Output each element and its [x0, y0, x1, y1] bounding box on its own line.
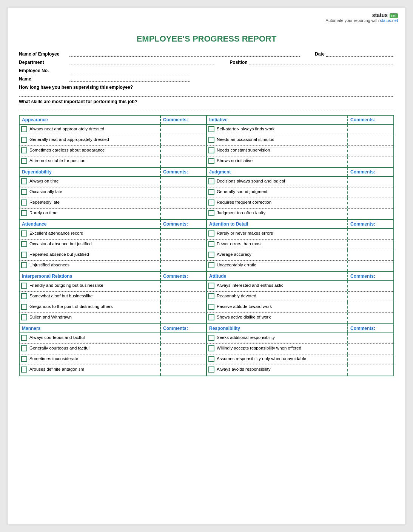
attendance-checkbox-4[interactable] [21, 262, 27, 268]
appearance-comment-4[interactable] [161, 156, 206, 167]
judgment-checkbox-4[interactable] [208, 210, 214, 216]
interpersonal-comment-2[interactable] [161, 292, 206, 302]
judgment-checkbox-2[interactable] [208, 189, 214, 195]
manners-checkbox-1[interactable] [21, 335, 27, 341]
responsibility-comment-2[interactable] [348, 344, 393, 354]
interpersonal-comment-3[interactable] [161, 302, 206, 312]
attention-checkbox-1[interactable] [208, 230, 214, 237]
dependability-comment-3[interactable] [161, 198, 206, 208]
position-line[interactable] [249, 59, 394, 65]
judgment-comment-2[interactable] [348, 187, 393, 198]
initiative-comment-3[interactable] [348, 146, 393, 156]
responsibility-comment-1[interactable] [348, 333, 393, 343]
initiative-comment-2[interactable] [348, 135, 393, 145]
attitude-checkbox-3[interactable] [208, 304, 214, 310]
manners-comment-3[interactable] [161, 354, 206, 365]
brand-link[interactable]: status.net [380, 18, 398, 23]
attendance-checkbox-2[interactable] [21, 241, 27, 247]
manners-checkbox-3[interactable] [21, 356, 27, 362]
interpersonal-checkbox-1[interactable] [21, 283, 27, 289]
manners-checkbox-4[interactable] [21, 367, 27, 373]
manners-comment-4[interactable] [161, 365, 206, 376]
attendance-comment-2[interactable] [161, 240, 206, 250]
responsibility-checkbox-4[interactable] [208, 367, 214, 373]
branding: status net Automate your reporting with … [326, 12, 398, 23]
judgment-checkbox-3[interactable] [208, 200, 214, 206]
attendance-checkbox-3[interactable] [21, 252, 27, 258]
employee-no-line[interactable] [69, 67, 190, 73]
date-line[interactable] [326, 51, 394, 57]
dependability-checkbox-1[interactable] [21, 178, 27, 184]
attitude-checkbox-2[interactable] [208, 293, 214, 299]
dependability-text-4: Rarely on time [29, 210, 57, 216]
name-line[interactable] [69, 76, 190, 82]
dependability-checkbox-4[interactable] [21, 210, 27, 216]
interpersonal-checkbox-3[interactable] [21, 304, 27, 310]
attention-text-2: Fewer errors than most [217, 241, 262, 247]
attendance-comment-4[interactable] [161, 261, 206, 271]
responsibility-checkbox-2[interactable] [208, 345, 214, 351]
appearance-comment-2[interactable] [161, 135, 206, 145]
initiative-checkbox-3[interactable] [208, 147, 214, 153]
appearance-checkbox-2[interactable] [21, 137, 27, 143]
judgment-checkbox-1[interactable] [208, 178, 214, 184]
attendance-checkbox-1[interactable] [21, 230, 27, 237]
interpersonal-checkbox-2[interactable] [21, 293, 27, 299]
manners-checkbox-2[interactable] [21, 345, 27, 351]
initiative-checkbox-4[interactable] [208, 158, 214, 164]
attendance-text-3: Repeated absence but justified [29, 251, 89, 257]
manners-comment-1[interactable] [161, 333, 206, 343]
employee-line[interactable] [69, 51, 300, 57]
initiative-checkbox-1[interactable] [208, 126, 214, 132]
responsibility-checkbox-1[interactable] [208, 335, 214, 341]
judgment-comment-3[interactable] [348, 198, 393, 208]
judgment-comment-1[interactable] [348, 177, 393, 187]
appearance-checkbox-3[interactable] [21, 147, 27, 153]
attention-comment-2[interactable] [348, 240, 393, 250]
attendance-comment-1[interactable] [161, 229, 206, 239]
attitude-comment-1[interactable] [348, 281, 393, 291]
initiative-comments-header: Comments: [348, 116, 393, 124]
appearance-comment-1[interactable] [161, 125, 206, 135]
interpersonal-checkbox-4[interactable] [21, 314, 27, 320]
question1-line[interactable] [19, 91, 394, 97]
attention-comment-4[interactable] [348, 261, 393, 271]
judgment-comment-4[interactable] [348, 209, 393, 219]
attention-checkbox-2[interactable] [208, 241, 214, 247]
manners-comment-2[interactable] [161, 344, 206, 354]
interpersonal-text-3: Gregarious to the point of distracting o… [29, 303, 113, 309]
interpersonal-comment-1[interactable] [161, 281, 206, 291]
responsibility-checkbox-3[interactable] [208, 356, 214, 362]
responsibility-comment-3[interactable] [348, 354, 393, 365]
attitude-comment-3[interactable] [348, 302, 393, 312]
manners-header: Manners Comments: [20, 324, 206, 333]
attention-comment-1[interactable] [348, 229, 393, 239]
attention-item-4: Unacceptably erratic [207, 261, 393, 271]
attitude-comment-2[interactable] [348, 292, 393, 302]
initiative-comment-1[interactable] [348, 125, 393, 135]
appearance-checkbox-1[interactable] [21, 126, 27, 132]
dependability-checkbox-3[interactable] [21, 200, 27, 206]
dependability-comment-1[interactable] [161, 177, 206, 187]
attendance-comment-3[interactable] [161, 250, 206, 260]
question2-line[interactable] [19, 105, 394, 111]
attention-comment-3[interactable] [348, 250, 393, 260]
appearance-checkbox-4[interactable] [21, 158, 27, 164]
judgment-item-4: Judgment too often faulty [207, 209, 393, 219]
attention-checkbox-4[interactable] [208, 262, 214, 268]
initiative-text-4: Shows no initiative [217, 158, 253, 164]
department-line[interactable] [69, 59, 214, 65]
dependability-comment-2[interactable] [161, 187, 206, 198]
initiative-comment-4[interactable] [348, 156, 393, 167]
question2-label: What skills are most important for perfo… [19, 99, 137, 104]
dependability-checkbox-2[interactable] [21, 189, 27, 195]
attitude-checkbox-1[interactable] [208, 283, 214, 289]
interpersonal-comment-4[interactable] [161, 313, 206, 323]
initiative-checkbox-2[interactable] [208, 137, 214, 143]
attitude-comment-4[interactable] [348, 313, 393, 323]
dependability-comment-4[interactable] [161, 209, 206, 219]
appearance-comment-3[interactable] [161, 146, 206, 156]
attitude-checkbox-4[interactable] [208, 314, 214, 320]
responsibility-comment-4[interactable] [348, 365, 393, 376]
attention-checkbox-3[interactable] [208, 252, 214, 258]
